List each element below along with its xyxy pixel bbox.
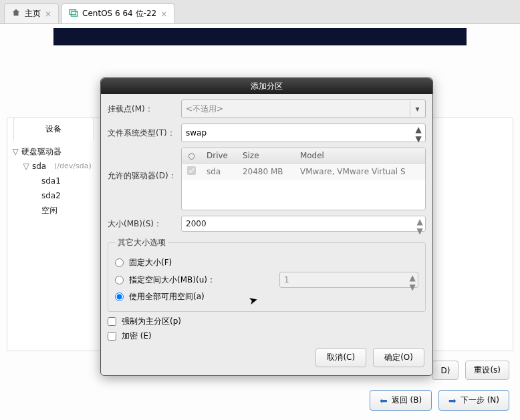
fill-up-to-spinner[interactable]: ▲▼ — [279, 272, 418, 288]
svg-rect-0 — [70, 10, 76, 15]
ok-button[interactable]: 确定(O) — [373, 348, 424, 367]
device-tab-header[interactable]: 设备 — [13, 118, 94, 141]
mount-point-input — [181, 99, 426, 118]
table-row[interactable]: sda 20480 MB VMware, VMware Virtual S — [182, 164, 425, 180]
group-legend: 其它大小选项 — [115, 237, 168, 248]
spinner-arrows-icon[interactable]: ▲▼ — [415, 217, 424, 230]
arrow-right-icon: ➡ — [448, 395, 457, 406]
col-model: Model — [295, 148, 425, 164]
radio-fill-all[interactable] — [115, 292, 124, 301]
col-drive: Drive — [201, 148, 237, 164]
installer-header-banner — [53, 28, 467, 45]
tree-row-free[interactable]: 空闲 — [12, 203, 92, 218]
drive-size: 20480 MB — [237, 164, 295, 180]
close-icon[interactable]: × — [160, 9, 167, 19]
checkbox-encrypt[interactable] — [108, 332, 116, 341]
svg-rect-1 — [72, 11, 78, 16]
add-partition-dialog: 添加分区 挂载点(M)： ▾ 文件系统类型(T)： ▲▼ 允许的驱动器(D)： — [100, 77, 433, 376]
panel-buttons: D) 重设(s) — [432, 361, 509, 380]
spinner-arrows-icon[interactable]: ▲▼ — [412, 125, 424, 141]
home-icon — [11, 8, 21, 19]
back-button[interactable]: ⬅返回 (B) — [370, 390, 432, 411]
size-spinner[interactable]: ▲▼ — [181, 216, 426, 232]
fill-up-to-input — [279, 272, 418, 288]
dialog-footer: 取消(C) 确定(O) — [108, 345, 426, 369]
allowable-drives-table[interactable]: ○ Drive Size Model sda 20480 MB VMware, … — [181, 148, 426, 210]
fstype-input[interactable] — [181, 124, 426, 142]
additional-size-options: 其它大小选项 固定大小(F) 指定空间大小(MB)(u)： ▲▼ 使用全部可用空… — [108, 237, 426, 312]
expand-icon[interactable]: ▽ — [23, 159, 29, 174]
dialog-title: 添加分区 — [101, 78, 432, 94]
fstype-combo[interactable]: ▲▼ — [181, 124, 426, 142]
tab-vm-label: CentOS 6 64 位-22 — [82, 8, 156, 19]
device-tree: ▽硬盘驱动器 ▽sda (/dev/sda) sda1 sda2 空闲 — [12, 144, 92, 218]
fstype-label: 文件系统类型(T)： — [108, 128, 181, 139]
drive-name: sda — [201, 164, 237, 180]
radio-fill-all-label: 使用全部可用空间(a) — [129, 291, 205, 302]
radio-fixed-size[interactable] — [115, 258, 124, 267]
tab-vm[interactable]: CentOS 6 64 位-22 × — [61, 3, 174, 23]
tree-row-disk[interactable]: ▽sda (/dev/sda) — [12, 159, 92, 174]
size-label: 大小(MB)(S)： — [108, 218, 181, 230]
allowable-drives-label: 允许的驱动器(D)： — [108, 148, 181, 182]
radio-fill-up-to[interactable] — [115, 276, 124, 284]
mount-point-combo[interactable]: ▾ — [181, 99, 426, 118]
mount-point-label: 挂载点(M)： — [108, 103, 181, 115]
tab-home[interactable]: 主页 × — [4, 3, 59, 23]
checkbox-force-primary-label: 强制为主分区(p) — [122, 316, 181, 327]
delete-button[interactable]: D) — [432, 361, 459, 380]
tab-home-label: 主页 — [25, 8, 41, 19]
chevron-down-icon[interactable]: ▾ — [410, 101, 424, 117]
radio-fill-up-to-label: 指定空间大小(MB)(u)： — [129, 274, 215, 286]
arrow-left-icon: ⬅ — [380, 395, 388, 406]
reset-button[interactable]: 重设(s) — [465, 361, 509, 380]
tree-row-sda2[interactable]: sda2 — [12, 188, 92, 203]
close-icon[interactable]: × — [45, 9, 51, 19]
vm-icon — [69, 8, 78, 19]
drive-model: VMware, VMware Virtual S — [295, 164, 425, 180]
next-button[interactable]: ➡下一步 (N) — [438, 390, 509, 411]
col-checkbox: ○ — [182, 148, 201, 164]
checkbox-force-primary[interactable] — [108, 317, 116, 326]
col-size: Size — [237, 148, 295, 164]
wizard-nav: ⬅返回 (B) ➡下一步 (N) — [370, 390, 509, 411]
tree-row-sda1[interactable]: sda1 — [12, 174, 92, 188]
radio-fixed-label: 固定大小(F) — [129, 257, 172, 268]
checkbox-encrypt-label: 加密 (E) — [122, 331, 152, 342]
size-input[interactable] — [181, 216, 426, 232]
drive-checkbox[interactable] — [187, 166, 196, 175]
tree-row-root[interactable]: ▽硬盘驱动器 — [12, 144, 92, 159]
expand-icon[interactable]: ▽ — [12, 144, 19, 159]
spinner-arrows-icon[interactable]: ▲▼ — [408, 273, 417, 286]
tab-bar: 主页 × CentOS 6 64 位-22 × — [0, 0, 520, 24]
cancel-button[interactable]: 取消(C) — [315, 348, 366, 367]
